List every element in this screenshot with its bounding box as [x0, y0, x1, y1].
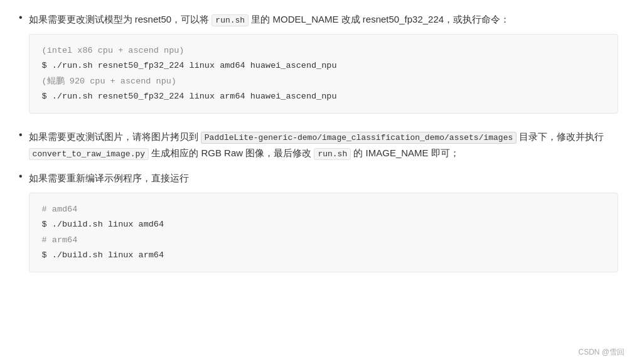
code-line: $ ./build.sh linux amd64	[42, 217, 605, 232]
item-text: 如果需要重新编译示例程序，直接运行	[29, 170, 618, 186]
text-part: 里的 MODEL_NAME 改成 resnet50_fp32_224，或执行命令…	[249, 14, 510, 24]
code-cmd: $ ./run.sh resnet50_fp32_224 linux arm64…	[42, 92, 337, 101]
code-line: $ ./build.sh linux arm64	[42, 248, 605, 263]
bullet-icon: •	[19, 12, 23, 23]
text-part: 如果需要更改测试图片，请将图片拷贝到	[29, 131, 201, 142]
code-block-2: # amd64 $ ./build.sh linux amd64 # arm64…	[29, 193, 618, 272]
code-line: # amd64	[42, 202, 605, 217]
item-content: 如果需要更改测试模型为 resnet50，可以将 run.sh 里的 MODEL…	[29, 11, 618, 120]
code-line: (intel x86 cpu + ascend npu)	[42, 43, 605, 58]
item-text: 如果需要更改测试模型为 resnet50，可以将 run.sh 里的 MODEL…	[29, 11, 618, 28]
code-comment: (鲲鹏 920 cpu + ascend npu)	[42, 77, 176, 86]
code-comment: # arm64	[42, 235, 78, 245]
watermark: CSDN @雪回	[578, 347, 624, 358]
bullet-icon: •	[19, 171, 23, 182]
list-item: • 如果需要更改测试模型为 resnet50，可以将 run.sh 里的 MOD…	[19, 11, 618, 120]
text-part: 如果需要重新编译示例程序，直接运行	[29, 173, 189, 183]
list-item: • 如果需要重新编译示例程序，直接运行 # amd64 $ ./build.sh…	[19, 170, 618, 279]
page-container: • 如果需要更改测试模型为 resnet50，可以将 run.sh 里的 MOD…	[0, 0, 637, 364]
item-content: 如果需要更改测试图片，请将图片拷贝到 PaddleLite-generic-de…	[29, 129, 618, 161]
code-cmd: $ ./build.sh linux amd64	[42, 220, 164, 229]
text-part: 生成相应的 RGB Raw 图像，最后修改	[149, 147, 314, 158]
path-code: PaddleLite-generic-demo/image_classifica…	[201, 132, 517, 144]
inline-code: convert_to_raw_image.py	[29, 148, 149, 160]
text-part: 目录下，修改并执行	[517, 131, 604, 142]
code-line: (鲲鹏 920 cpu + ascend npu)	[42, 74, 605, 89]
bullet-icon: •	[19, 129, 23, 141]
inline-code: run.sh	[314, 148, 351, 160]
code-line: $ ./run.sh resnet50_fp32_224 linux amd64…	[42, 58, 605, 73]
code-cmd: $ ./build.sh linux arm64	[42, 250, 164, 260]
item-text: 如果需要更改测试图片，请将图片拷贝到 PaddleLite-generic-de…	[29, 129, 618, 161]
code-line: $ ./run.sh resnet50_fp32_224 linux arm64…	[42, 89, 605, 104]
item-content: 如果需要重新编译示例程序，直接运行 # amd64 $ ./build.sh l…	[29, 170, 618, 279]
content-list: • 如果需要更改测试模型为 resnet50，可以将 run.sh 里的 MOD…	[19, 11, 618, 279]
code-comment: # amd64	[42, 205, 78, 214]
inline-code: run.sh	[211, 14, 249, 26]
list-item: • 如果需要更改测试图片，请将图片拷贝到 PaddleLite-generic-…	[19, 129, 618, 161]
code-line: # arm64	[42, 233, 605, 248]
code-cmd: $ ./run.sh resnet50_fp32_224 linux amd64…	[42, 61, 337, 70]
code-block-1: (intel x86 cpu + ascend npu) $ ./run.sh …	[29, 34, 618, 114]
text-part: 如果需要更改测试模型为 resnet50，可以将	[29, 14, 212, 24]
text-part: 的 IMAGE_NAME 即可；	[351, 147, 459, 158]
code-comment: (intel x86 cpu + ascend npu)	[42, 46, 185, 55]
